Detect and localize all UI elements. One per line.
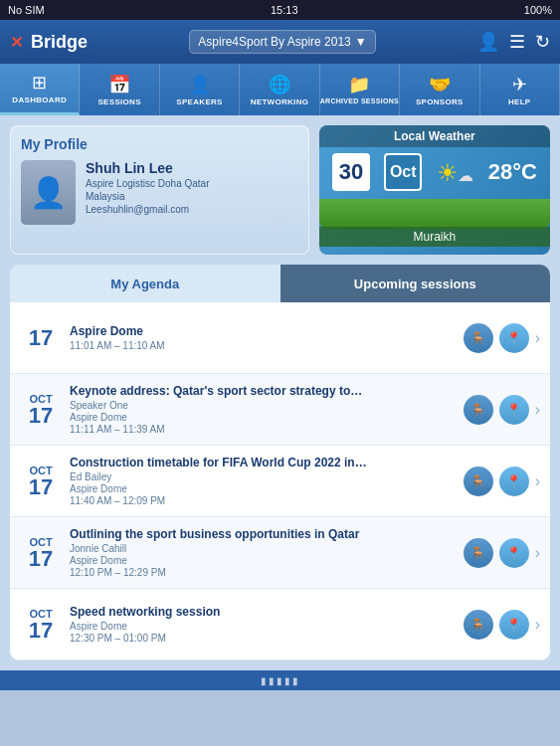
location-button-5[interactable]: 📍 — [499, 610, 529, 640]
session-item-3: Oct 17 Construction timetable for FIFA W… — [10, 446, 550, 517]
seat-button-3[interactable]: 🪑 — [464, 466, 493, 496]
session-venue-4: Aspire Dome — [70, 555, 464, 566]
tab-networking[interactable]: 🌐 NETWORKING — [240, 64, 319, 115]
location-button-3[interactable]: 📍 — [499, 466, 529, 496]
seat-button-5[interactable]: 🪑 — [464, 610, 493, 640]
refresh-icon[interactable]: ↻ — [535, 31, 550, 53]
session-date-3: Oct 17 — [20, 465, 62, 498]
weather-body: 30 Oct ☀ ☁ 28°C — [319, 147, 550, 197]
sessions-list: 17 Aspire Dome 11:01 AM – 11:10 AM 🪑 📍 ›… — [10, 302, 550, 660]
session-date-1: 17 — [20, 327, 62, 349]
session-date-5: Oct 17 — [20, 608, 62, 642]
speakers-icon: 👤 — [189, 74, 211, 95]
session-time-1: 11:01 AM – 11:10 AM — [70, 340, 464, 351]
session-title-4: Outlining the sport business opportuniti… — [70, 527, 464, 543]
location-button-2[interactable]: 📍 — [499, 395, 529, 425]
nav-tabs: ⊞ DASHBOARD 📅 SESSIONS 👤 SPEAKERS 🌐 NETW… — [0, 64, 560, 115]
session-info-1: Aspire Dome 11:01 AM – 11:10 AM — [70, 324, 464, 352]
profile-icon[interactable]: 👤 — [477, 31, 499, 53]
session-info-5: Speed networking session Aspire Dome 12:… — [70, 605, 464, 645]
header-icons: 👤 ☰ ↻ — [477, 31, 550, 53]
carrier-signal: No SIM — [8, 4, 45, 16]
bottom-bar: ▮▮▮▮▮ — [0, 670, 560, 690]
tab-speakers[interactable]: 👤 SPEAKERS — [160, 64, 240, 115]
tab-sessions[interactable]: 📅 SESSIONS — [80, 64, 159, 115]
weather-temperature: 28°C — [488, 159, 537, 185]
session-item-2: Oct 17 Keynote address: Qatar's sport se… — [10, 374, 550, 446]
session-day-4: 17 — [29, 548, 53, 570]
session-info-2: Keynote address: Qatar's sport sector st… — [70, 384, 464, 436]
session-item: 17 Aspire Dome 11:01 AM – 11:10 AM 🪑 📍 › — [10, 302, 550, 374]
profile-name: Shuh Lin Lee — [86, 160, 210, 176]
seat-button-2[interactable]: 🪑 — [464, 395, 493, 425]
chevron-icon-4: › — [535, 544, 540, 562]
event-selector[interactable]: Aspire4Sport By Aspire 2013 ▼ — [189, 30, 375, 54]
bottom-indicator: ▮▮▮▮▮ — [261, 675, 300, 686]
sun-icon: ☀ — [437, 159, 459, 186]
session-speaker-2: Speaker One — [70, 400, 464, 411]
agenda-section: My Agenda Upcoming sessions 17 Aspire Do… — [10, 265, 550, 660]
status-bar: No SIM 15:13 100% — [0, 0, 560, 20]
weather-location: Muraikh — [319, 227, 550, 247]
my-agenda-label: My Agenda — [110, 277, 179, 291]
tab-my-agenda[interactable]: My Agenda — [10, 265, 280, 302]
header-center: Aspire4Sport By Aspire 2013 ▼ — [189, 30, 375, 54]
location-button-1[interactable]: 📍 — [499, 323, 529, 353]
avatar-icon: 👤 — [30, 175, 67, 210]
profile-card: My Profile 👤 Shuh Lin Lee Aspire Logisti… — [10, 125, 309, 255]
session-actions-2: 🪑 📍 › — [464, 395, 540, 425]
profile-weather-row: My Profile 👤 Shuh Lin Lee Aspire Logisti… — [10, 125, 550, 255]
main-content: My Profile 👤 Shuh Lin Lee Aspire Logisti… — [0, 115, 560, 670]
weather-icon-area: ☀ ☁ — [437, 156, 474, 188]
chevron-icon-2: › — [535, 401, 540, 419]
tab-sponsors[interactable]: 🤝 SPONSORS — [400, 64, 479, 115]
session-actions-1: 🪑 📍 › — [464, 323, 540, 353]
session-actions-3: 🪑 📍 › — [464, 466, 540, 496]
header-branding: ✕ Bridge — [10, 32, 88, 53]
session-day-2: 17 — [29, 405, 53, 427]
session-day-5: 17 — [29, 620, 53, 642]
profile-org: Aspire Logistisc Doha Qatar — [86, 178, 210, 189]
dropdown-icon: ▼ — [355, 35, 367, 49]
session-speaker-4: Jonnie Cahill — [70, 543, 464, 554]
profile-location: Malaysia — [86, 191, 210, 202]
app-header: ✕ Bridge Aspire4Sport By Aspire 2013 ▼ 👤… — [0, 20, 560, 64]
help-icon: ✈ — [512, 74, 527, 95]
session-day-1: 17 — [29, 327, 53, 349]
session-date-4: Oct 17 — [20, 536, 62, 570]
session-item-4: Oct 17 Outlining the sport business oppo… — [10, 517, 550, 589]
sponsors-icon: 🤝 — [429, 74, 451, 95]
profile-details: Shuh Lin Lee Aspire Logistisc Doha Qatar… — [86, 160, 210, 215]
session-day-3: 17 — [29, 476, 53, 498]
chevron-icon-5: › — [535, 616, 540, 634]
tab-dashboard[interactable]: ⊞ DASHBOARD — [0, 64, 80, 115]
tab-upcoming-sessions[interactable]: Upcoming sessions — [280, 265, 551, 302]
battery-display: 100% — [524, 4, 552, 16]
seat-button-1[interactable]: 🪑 — [464, 323, 493, 353]
app-logo-x: ✕ — [10, 33, 23, 52]
seat-button-4[interactable]: 🪑 — [464, 538, 493, 568]
session-speaker-3: Ed Bailey — [70, 471, 464, 482]
session-time-2: 11:11 AM – 11:39 AM — [70, 424, 464, 435]
profile-info: 👤 Shuh Lin Lee Aspire Logistisc Doha Qat… — [21, 160, 298, 225]
weather-title: Local Weather — [319, 125, 550, 147]
tab-archived[interactable]: 📁 ARCHIVED SESSIONS — [320, 64, 400, 115]
session-actions-5: 🪑 📍 › — [464, 610, 540, 640]
dashboard-icon: ⊞ — [32, 72, 47, 93]
chevron-icon-3: › — [535, 472, 540, 490]
weather-day: 30 — [332, 153, 370, 191]
agenda-tabs: My Agenda Upcoming sessions — [10, 265, 550, 302]
session-actions-4: 🪑 📍 › — [464, 538, 540, 568]
profile-email: Leeshuhlin@gmail.com — [86, 204, 210, 215]
cloud-icon: ☁ — [458, 167, 473, 184]
session-time-3: 11:40 AM – 12:09 PM — [70, 495, 464, 506]
session-info-4: Outlining the sport business opportuniti… — [70, 527, 464, 579]
chevron-icon-1: › — [535, 329, 540, 347]
weather-card: Local Weather 30 Oct ☀ ☁ 28°C Muraikh — [319, 125, 550, 255]
session-info-3: Construction timetable for FIFA World Cu… — [70, 456, 464, 507]
location-button-4[interactable]: 📍 — [499, 538, 529, 568]
tab-help[interactable]: ✈ HELP — [480, 64, 560, 115]
profile-section-title: My Profile — [21, 136, 298, 152]
weather-landscape — [319, 199, 550, 229]
menu-icon[interactable]: ☰ — [509, 31, 525, 53]
